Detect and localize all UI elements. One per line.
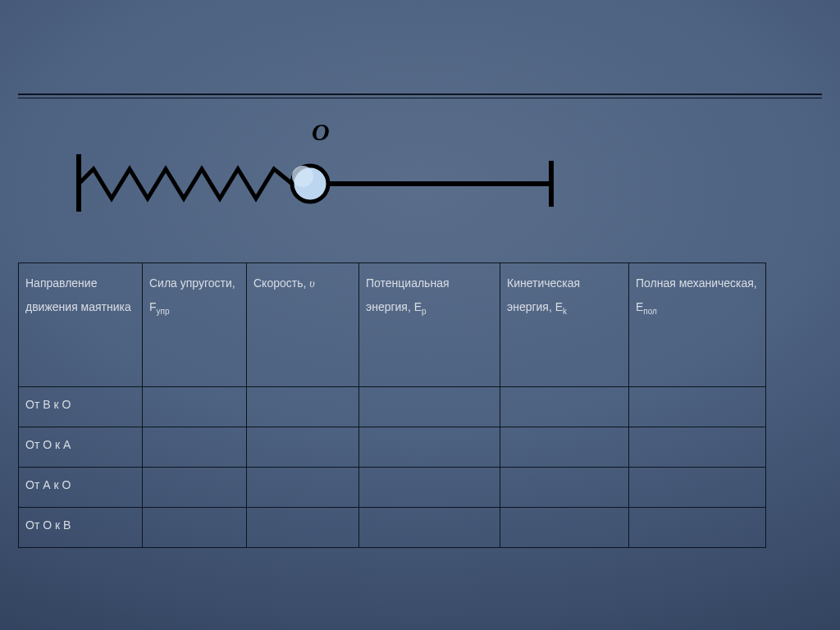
svg-point-2 <box>292 166 313 187</box>
header-total-symbol: E <box>636 300 643 313</box>
cell <box>247 468 359 508</box>
table-row: От О к В <box>19 508 766 548</box>
cell <box>143 427 247 468</box>
cell <box>500 508 629 548</box>
header-velocity-label: Скорость, <box>253 276 306 290</box>
cell <box>629 468 766 508</box>
header-potential-sub: p <box>422 307 427 316</box>
divider-top <box>18 94 822 95</box>
point-label-O: O <box>312 118 330 146</box>
cell <box>629 387 766 427</box>
cell <box>143 387 247 427</box>
energy-table: Направление движения маятника Сила упруг… <box>18 262 766 548</box>
cell <box>247 387 359 427</box>
cell <box>629 508 766 548</box>
cell <box>247 508 359 548</box>
row-label: От О к В <box>19 508 143 548</box>
row-label: От О к А <box>19 427 143 468</box>
header-force: Сила упругости, Fупр <box>143 263 247 387</box>
row-label: От В к О <box>19 387 143 427</box>
header-total-sub: пол <box>643 307 657 316</box>
table-row: От А к О <box>19 468 766 508</box>
cell <box>247 427 359 468</box>
header-potential-label: Потенциальная энергия, E <box>366 276 450 313</box>
row-label: От А к О <box>19 468 143 508</box>
cell <box>359 427 500 468</box>
header-direction: Направление движения маятника <box>19 263 143 387</box>
cell <box>359 387 500 427</box>
header-total-label: Полная механическая, <box>636 276 757 290</box>
cell <box>143 468 247 508</box>
cell <box>143 508 247 548</box>
table-row: От В к О <box>19 387 766 427</box>
header-kinetic-label: Кинетическая энергия, E <box>507 276 580 313</box>
table-row: От О к А <box>19 427 766 468</box>
slide: O Направление движения маятника Сила упр… <box>0 0 840 630</box>
header-force-label: Сила упругости, <box>149 276 235 290</box>
divider-bottom <box>18 98 822 98</box>
header-force-symbol: F <box>149 300 157 313</box>
cell <box>500 468 629 508</box>
header-kinetic-sub: k <box>563 307 567 316</box>
cell <box>500 427 629 468</box>
header-potential: Потенциальная энергия, Ep <box>359 263 500 387</box>
pendulum-diagram: O <box>74 121 558 236</box>
cell <box>359 508 500 548</box>
cell <box>359 468 500 508</box>
header-velocity-symbol: υ <box>309 277 314 290</box>
header-velocity: Скорость, υ <box>247 263 359 387</box>
cell <box>500 387 629 427</box>
header-kinetic: Кинетическая энергия, Ek <box>500 263 629 387</box>
cell <box>629 427 766 468</box>
header-force-sub: упр <box>157 307 170 316</box>
table-header-row: Направление движения маятника Сила упруг… <box>19 263 766 387</box>
header-total: Полная механическая, Eпол <box>629 263 766 387</box>
